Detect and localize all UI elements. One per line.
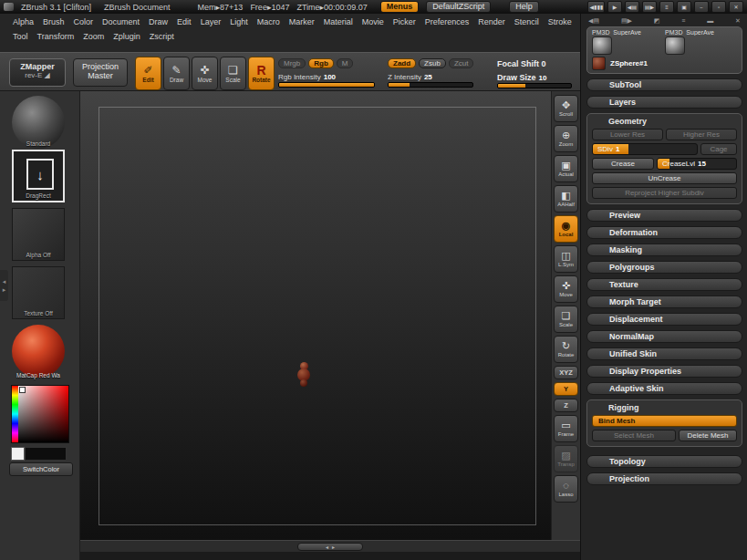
menu-icon[interactable]: ≡: [659, 1, 674, 13]
menu-draw[interactable]: Draw: [149, 17, 168, 26]
current-texture-thumbnail[interactable]: Texture Off: [12, 266, 65, 319]
menu-stroke[interactable]: Stroke: [548, 17, 572, 26]
menu-color[interactable]: Color: [74, 17, 94, 26]
section-polygroups[interactable]: Polygroups: [586, 261, 742, 274]
menu-zoom[interactable]: Zoom: [83, 32, 104, 41]
menu-transform[interactable]: Transform: [37, 32, 75, 41]
scale-mode-button[interactable]: ❏ Scale: [220, 57, 246, 90]
section-projection[interactable]: Projection: [586, 472, 742, 485]
tray-left-icon[interactable]: ◀▤: [588, 17, 599, 25]
rotate-3d-button[interactable]: ↻ Rotate: [554, 336, 578, 363]
draw-size-slider[interactable]: Draw Size10: [497, 73, 574, 88]
transp-button[interactable]: ▨ Transp: [554, 445, 578, 472]
section-normalmap[interactable]: NormalMap: [586, 330, 742, 343]
section-texture[interactable]: Texture: [586, 278, 742, 291]
menu-layer[interactable]: Layer: [201, 17, 222, 26]
section-preview[interactable]: Preview: [586, 209, 742, 222]
actual-button[interactable]: ▣ Actual: [554, 155, 578, 182]
menu-zplugin[interactable]: Zplugin: [113, 32, 140, 41]
default-zscript-button[interactable]: DefaultZScript: [426, 1, 491, 13]
menu-marker[interactable]: Marker: [289, 17, 315, 26]
reproject-higher-subdiv-button[interactable]: Reproject Higher Subdiv: [592, 187, 737, 199]
menu-render[interactable]: Render: [478, 17, 505, 26]
section-subtool[interactable]: SubTool: [586, 78, 742, 91]
section-topology[interactable]: Topology: [586, 455, 742, 468]
menu-macro[interactable]: Macro: [257, 17, 280, 26]
section-displacement[interactable]: Displacement: [586, 313, 742, 326]
rigging-panel-title[interactable]: Rigging: [592, 403, 737, 412]
right-tray-toggle-icon[interactable]: ▤▶: [642, 1, 657, 13]
tray-minimize-icon[interactable]: ▬: [707, 17, 713, 24]
document-canvas[interactable]: [80, 91, 551, 540]
color-picker[interactable]: [11, 385, 69, 443]
higher-res-button[interactable]: Higher Res: [666, 129, 737, 140]
menu-material[interactable]: Material: [324, 17, 353, 26]
menu-alpha[interactable]: Alpha: [13, 17, 34, 26]
current-alpha-thumbnail[interactable]: Alpha Off: [12, 208, 65, 261]
delete-mesh-button[interactable]: Delete Mesh: [679, 430, 737, 441]
y-constraint-button[interactable]: Y: [554, 382, 578, 396]
horizontal-scrollbar[interactable]: ◂ ▸: [80, 540, 580, 552]
section-display-properties[interactable]: Display Properties: [586, 365, 742, 378]
left-tray-toggle-icon[interactable]: ◀▤: [625, 1, 639, 13]
tray-menu-icon[interactable]: ≡: [681, 17, 685, 24]
select-mesh-button[interactable]: Select Mesh: [592, 430, 676, 441]
crease-level-slider[interactable]: CreaseLvl15: [657, 158, 737, 170]
m-toggle[interactable]: M: [337, 58, 354, 68]
current-tool-row[interactable]: ZSphere#1: [592, 57, 737, 70]
menu-tool[interactable]: Tool: [13, 32, 28, 41]
scroll-left-icon[interactable]: ◂: [326, 544, 328, 550]
local-button[interactable]: ◉ Local: [554, 215, 578, 243]
current-stroke-thumbnail[interactable]: ↓ DragRect: [12, 150, 65, 202]
uncrease-button[interactable]: UnCrease: [592, 172, 737, 184]
focal-shift-slider[interactable]: Focal Shift 0: [497, 59, 546, 68]
zsphere-model[interactable]: [296, 362, 311, 387]
section-morph-target[interactable]: Morph Target: [586, 296, 742, 308]
draw-mode-button[interactable]: ✎ Draw: [163, 57, 190, 90]
tray-right-icon[interactable]: ▤▶: [621, 17, 632, 25]
mrgb-toggle[interactable]: Mrgb: [278, 58, 306, 68]
current-material-thumbnail[interactable]: MatCap Red Wa: [12, 325, 65, 378]
zadd-toggle[interactable]: Zadd: [388, 58, 416, 68]
edit-mode-button[interactable]: ✐ Edit: [135, 57, 161, 90]
tray-close-icon[interactable]: ✕: [735, 17, 741, 25]
play-icon[interactable]: ▶: [607, 1, 622, 13]
move-3d-button[interactable]: ✜ Move: [554, 275, 578, 303]
secondary-color-swatch[interactable]: [25, 447, 67, 461]
menu-picker[interactable]: Picker: [393, 17, 416, 26]
move-mode-button[interactable]: ✜ Move: [192, 57, 218, 90]
crease-button[interactable]: Crease: [592, 158, 654, 170]
scroll-button[interactable]: ✥ Scroll: [554, 95, 578, 122]
rotate-mode-button[interactable]: R Rotate: [248, 57, 275, 90]
projection-master-button[interactable]: Projection Master: [73, 58, 128, 87]
horizontal-scrollbar-thumb[interactable]: ◂ ▸: [297, 543, 363, 551]
menu-light[interactable]: Light: [230, 17, 248, 26]
switch-color-button[interactable]: SwitchColor: [9, 462, 73, 476]
main-color-swatch[interactable]: [11, 447, 25, 461]
recent-tool-2[interactable]: PM3D_SuperAve: [665, 29, 731, 55]
menu-zscript[interactable]: Zscript: [150, 32, 174, 41]
aahalf-button[interactable]: ◧ AAHalf: [554, 185, 578, 213]
z-intensity-slider[interactable]: Z Intensity25: [388, 73, 479, 88]
close-icon[interactable]: ✕: [729, 1, 743, 13]
current-brush-thumbnail[interactable]: Standard: [12, 96, 65, 149]
menus-button[interactable]: Menus: [380, 1, 420, 13]
section-layers[interactable]: Layers: [586, 96, 742, 109]
rgb-toggle[interactable]: Rgb: [308, 58, 334, 68]
zmapper-button[interactable]: ZMapper rev-E ◢: [9, 58, 66, 87]
rgb-intensity-slider[interactable]: Rgb Intensity100: [278, 73, 377, 88]
scroll-right-icon[interactable]: ▸: [332, 544, 335, 550]
menu-preferences[interactable]: Preferences: [425, 17, 470, 26]
cage-button[interactable]: Cage: [700, 143, 737, 155]
bind-mesh-button[interactable]: Bind Mesh: [592, 415, 737, 427]
geometry-panel-title[interactable]: Geometry: [592, 117, 737, 126]
section-masking[interactable]: Masking: [586, 244, 742, 256]
section-adaptive-skin[interactable]: Adaptive Skin: [586, 382, 742, 395]
hue-strip[interactable]: [12, 386, 18, 442]
lower-res-button[interactable]: Lower Res: [592, 129, 663, 140]
z-constraint-button[interactable]: Z: [554, 399, 578, 412]
zoom-button[interactable]: ⊕ Zoom: [554, 125, 578, 152]
palette-icon[interactable]: ▣: [677, 1, 691, 13]
saturation-value-area[interactable]: [18, 386, 68, 442]
menu-edit[interactable]: Edit: [177, 17, 192, 26]
